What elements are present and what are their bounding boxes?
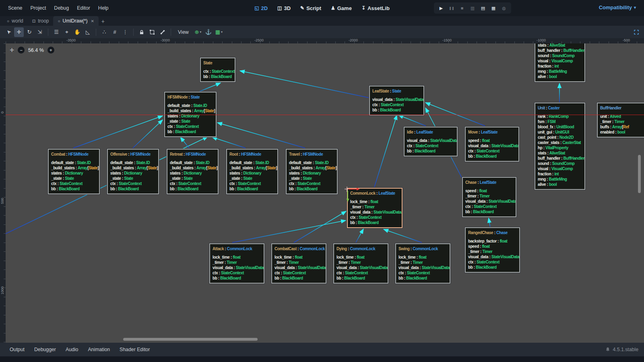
scale-tool[interactable]: ⇲ bbox=[35, 27, 45, 37]
center-view-icon[interactable]: ✛ bbox=[10, 47, 14, 53]
scene-tab-label: troop bbox=[38, 18, 49, 24]
menu-debug[interactable]: Debug bbox=[50, 4, 73, 12]
uml-class-move[interactable]: Move : LeafStatespeed : floatvisual_data… bbox=[465, 127, 519, 162]
class-attribute: fraction : int bbox=[538, 64, 582, 69]
skeleton-menu[interactable] bbox=[158, 27, 167, 37]
scene-tab-troop[interactable]: ⊡troop bbox=[28, 16, 54, 26]
uml-class-idle[interactable]: Idle : LeafStatevisual_data : StateVisua… bbox=[404, 127, 458, 156]
menu-help[interactable]: Help bbox=[94, 4, 113, 12]
attr-name: visual_data bbox=[372, 97, 392, 102]
toolbar-separator bbox=[96, 29, 96, 36]
menu-editor[interactable]: Editor bbox=[73, 4, 94, 12]
group-button[interactable] bbox=[147, 27, 157, 37]
attr-type: State.ID bbox=[315, 160, 328, 165]
list-select-tool[interactable]: ☰ bbox=[52, 27, 61, 37]
scene-tab-umldraw[interactable]: ○UmlDraw(*)✕ bbox=[53, 16, 98, 26]
class-attribute: states : Dictionary bbox=[51, 171, 97, 176]
expand-viewport-icon[interactable] bbox=[632, 28, 641, 37]
uml-class-combatcast[interactable]: CombatCast : CommonLocklock_time : float… bbox=[271, 243, 326, 284]
texture-region-button[interactable]: ▦▾ bbox=[214, 27, 224, 37]
zoom-out-button[interactable]: − bbox=[18, 47, 25, 53]
class-attribute: default_state : State.ID bbox=[289, 160, 334, 165]
bottom-edge-strip bbox=[0, 356, 644, 362]
pause-button[interactable]: ❚❚ bbox=[447, 4, 456, 12]
menu-scene[interactable]: Scene bbox=[4, 4, 26, 12]
attr-name: visual bbox=[538, 59, 548, 63]
play-button[interactable]: ▶ bbox=[436, 4, 446, 12]
attr-name: _state bbox=[110, 176, 121, 181]
workspace-label: Script bbox=[306, 5, 321, 11]
zoom-in-button[interactable]: + bbox=[47, 47, 54, 53]
uml-class-attack[interactable]: Attack : CommonLocklock_time : float_tim… bbox=[209, 243, 264, 284]
class-attribute: ctx : StateContext bbox=[372, 102, 421, 107]
workspace-assetlib[interactable]: ↧AssetLib bbox=[358, 4, 393, 13]
anchor-preset-button[interactable]: ⚓ bbox=[204, 27, 213, 37]
add-node-button[interactable]: ⊕▾ bbox=[193, 27, 203, 37]
notification-bell-icon[interactable] bbox=[605, 347, 610, 352]
movie-play-button[interactable]: ▤ bbox=[478, 4, 488, 12]
uml-class-leafstate[interactable]: LeafState : Statevisual_data : StateVisu… bbox=[369, 86, 424, 115]
renderer-select[interactable]: Compatibility ▾ bbox=[597, 3, 638, 12]
horizontal-scrollbar[interactable] bbox=[123, 338, 258, 341]
parent-class-name: Caster bbox=[548, 106, 560, 110]
workspace-game[interactable]: ♟Game bbox=[327, 4, 355, 13]
class-attribute: enabled : bool bbox=[600, 130, 644, 135]
class-attribute: buff_handler : BuffHandler bbox=[538, 48, 582, 53]
smart-snap-toggle[interactable]: ∴ bbox=[99, 27, 109, 37]
stop-button[interactable]: ■ bbox=[457, 4, 467, 12]
uml-class-travel[interactable]: Travel : HFSMNodedefault_state : State.I… bbox=[286, 149, 338, 194]
bottom-panel-output[interactable]: Output bbox=[5, 345, 29, 354]
uml-class-swing[interactable]: Swing : CommonLocklock_time : float_time… bbox=[395, 243, 450, 284]
profiler-button[interactable]: ◍ bbox=[499, 4, 509, 12]
uml-class-unit[interactable]: Unit : Casterrank : RankCompfsm : FSMblo… bbox=[535, 103, 585, 190]
parent-class-name: HFSMNode bbox=[303, 152, 323, 156]
bottom-panel-debugger[interactable]: Debugger bbox=[29, 345, 61, 354]
view-menu[interactable]: View bbox=[174, 28, 193, 36]
add-scene-tab-button[interactable]: + bbox=[99, 17, 107, 26]
rotate-tool[interactable]: ↻ bbox=[25, 27, 34, 37]
bottom-panel-shader-editor[interactable]: Shader Editor bbox=[115, 345, 155, 354]
workspace-2d[interactable]: ◱2D bbox=[251, 4, 271, 13]
uml-class-unit-stats-clipped[interactable]: stats : AliveStatbuff_handler : BuffHand… bbox=[535, 43, 585, 82]
canvas[interactable]: ✛ − 56.4 % + Statectx : StateContextbb :… bbox=[6, 43, 644, 343]
version-info: 4.5.1.stable bbox=[605, 347, 638, 352]
scene-tab-world[interactable]: ○world bbox=[2, 16, 28, 26]
uml-class-chase[interactable]: Chase : LeafStatespeed : float_timer : T… bbox=[462, 177, 516, 217]
attr-name: default_state bbox=[51, 160, 74, 165]
uml-class-offensive[interactable]: Offensive : HFSMNodedefault_state : Stat… bbox=[107, 149, 159, 194]
class-attribute: bb : BlackBoard bbox=[468, 154, 516, 159]
workspace-game-icon: ♟ bbox=[331, 5, 335, 11]
attr-type: StateVisualData bbox=[374, 210, 401, 214]
workspace-3d[interactable]: ◫3D bbox=[274, 4, 294, 13]
class-attribute: bb : BlackBoard bbox=[110, 186, 156, 191]
close-tab-icon[interactable]: ✕ bbox=[91, 19, 94, 23]
select-tool[interactable]: ➤ bbox=[4, 27, 13, 37]
pan-tool[interactable]: ✋ bbox=[72, 27, 82, 37]
uml-class-root[interactable]: Root : HFSMNodedefault_state : State.ID_… bbox=[226, 149, 278, 194]
grid-snap-toggle[interactable]: # bbox=[110, 27, 120, 37]
uml-class-state[interactable]: Statectx : StateContextbb : BlackBoard bbox=[200, 58, 235, 82]
uml-class-buffhandler[interactable]: BuffHandlerunit : Alived_timer : Timerbu… bbox=[597, 103, 644, 138]
measure-tool[interactable]: ◺ bbox=[83, 27, 93, 37]
remote-debug-button[interactable]: ▥ bbox=[468, 4, 477, 12]
lock-button[interactable] bbox=[137, 27, 147, 37]
workspace-script[interactable]: ✎Script bbox=[297, 4, 325, 13]
move-tool[interactable]: ✛ bbox=[14, 27, 24, 37]
parent-class-name: HFSMNode bbox=[241, 152, 261, 156]
uml-class-rangedchase[interactable]: RangedChase : Chasebackstep_factor : flo… bbox=[465, 227, 520, 273]
bottom-panel-audio[interactable]: Audio bbox=[61, 345, 83, 354]
menu-project[interactable]: Project bbox=[26, 4, 50, 12]
vertical-scrollbar[interactable] bbox=[638, 155, 641, 193]
uml-class-retreat[interactable]: Retreat : HFSMNodedefault_state : State.… bbox=[167, 149, 219, 194]
class-attribute: mng : BattleMng bbox=[538, 177, 582, 182]
uml-class-commonlock[interactable]: CommonLock : LeafStatelock_time : float_… bbox=[347, 188, 402, 228]
uml-class-combat[interactable]: Combat : HFSMNodedefault_state : State.I… bbox=[48, 149, 100, 194]
attr-name: bb bbox=[203, 74, 208, 79]
snap-options-menu[interactable]: ⋮ bbox=[120, 27, 130, 37]
movie-record-button[interactable]: ▦ bbox=[489, 4, 498, 12]
pan-tool-icon: ✋ bbox=[74, 29, 80, 35]
class-attribute: _state : State bbox=[167, 119, 213, 124]
bottom-panel-animation[interactable]: Animation bbox=[83, 345, 115, 354]
move-pivot-tool[interactable]: ⌖ bbox=[62, 27, 72, 37]
uml-class-dying[interactable]: Dying : CommonLocklock_time : float_time… bbox=[333, 243, 388, 284]
